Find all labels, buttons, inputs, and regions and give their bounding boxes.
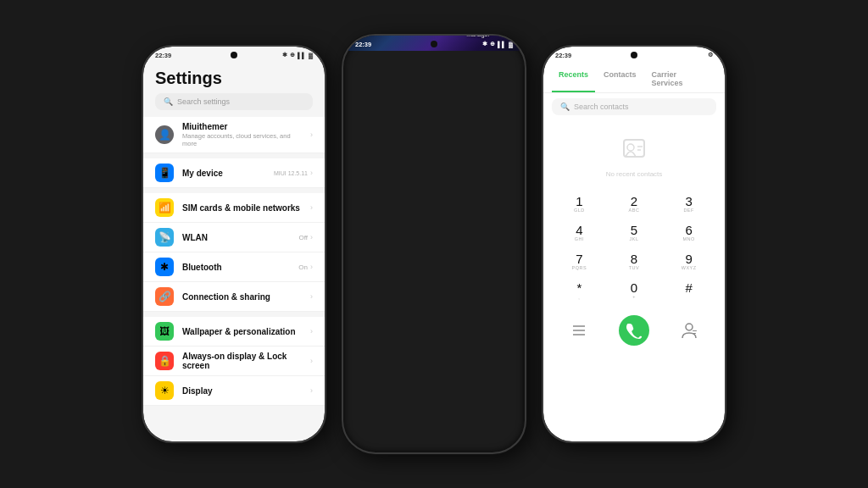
settings-item-mydevice[interactable]: 📱 My device MIUI 12.5.11 › xyxy=(143,158,325,188)
bluetooth-icon: ✱ xyxy=(155,258,174,276)
battery-icon: ▓ xyxy=(309,53,313,58)
miuithemer-label: Miuithemer xyxy=(182,122,302,131)
dial-key-1[interactable]: 1 GLD xyxy=(560,191,598,217)
chevron-icon: › xyxy=(310,169,313,177)
status-icons: ✱ ⊕ ▌▌ ▓ xyxy=(482,41,513,47)
display-icon: ☀ xyxy=(155,381,174,400)
dial-key-0[interactable]: 0 + xyxy=(615,278,653,303)
dial-key-8[interactable]: 8 TUV xyxy=(615,249,653,274)
dial-key-9[interactable]: 9 WXYZ xyxy=(670,249,708,274)
phone-game: 22:39 ✱ ⊕ ▌▌ ▓ xyxy=(342,34,526,454)
settings-item-miuithemer[interactable]: 👤 Miuithemer Manage accounts, cloud serv… xyxy=(143,117,325,153)
tab-carrier-services[interactable]: Carrier Services xyxy=(645,67,716,92)
settings-item-wlan[interactable]: 📡 WLAN Off › xyxy=(143,223,325,252)
bluetooth-label: Bluetooth xyxy=(182,263,290,272)
camera-hole xyxy=(431,41,437,47)
simcards-icon: 📶 xyxy=(155,198,174,217)
dial-key-hash[interactable]: # xyxy=(670,278,708,303)
dial-key-4[interactable]: 4 GHI xyxy=(560,220,598,246)
dialpad-row-3: 7 PQRS 8 TUV 9 WXYZ xyxy=(552,249,716,274)
contacts-button[interactable] xyxy=(674,315,704,346)
phones-container: 22:39 ✱ ⊕ ▌▌ ▓ Settings 🔍 Search setting… xyxy=(0,0,868,488)
wifi-status-icon: ⊕ xyxy=(290,52,295,58)
tab-recents[interactable]: Recents xyxy=(552,67,595,92)
mydevice-icon: 📱 xyxy=(155,164,174,182)
chevron-icon: › xyxy=(310,203,313,212)
settings-search-bar[interactable]: 🔍 Search settings xyxy=(155,93,313,110)
status-bar-game: 22:39 ✱ ⊕ ▌▌ ▓ xyxy=(343,36,525,51)
signal-icon: ▌▌ xyxy=(498,42,506,47)
tab-contacts[interactable]: Contacts xyxy=(597,67,643,92)
signal-icon: ▌▌ xyxy=(298,53,306,58)
no-contacts-icon xyxy=(619,131,649,167)
dialer-screen: 22:39 ⚙ Recents Contacts Carrier Service… xyxy=(543,47,725,441)
miuithemer-icon: 👤 xyxy=(155,125,174,144)
status-icons: ⚙ xyxy=(708,52,713,58)
status-time: 22:39 xyxy=(155,52,171,59)
settings-item-wallpaper[interactable]: 🖼 Wallpaper & personalization › xyxy=(143,317,325,347)
dialer-bottom-bar xyxy=(543,310,725,354)
chevron-icon: › xyxy=(310,386,313,395)
search-icon: 🔍 xyxy=(164,97,173,106)
call-button[interactable] xyxy=(619,315,649,346)
alwayson-label: Always-on display & Lock screen xyxy=(182,352,302,370)
dialer-search-bar[interactable]: 🔍 Search contacts xyxy=(552,98,716,115)
chevron-icon: › xyxy=(310,292,313,301)
settings-small-icon[interactable]: ⚙ xyxy=(708,52,713,58)
settings-list: 👤 Miuithemer Manage accounts, cloud serv… xyxy=(143,114,325,441)
simcards-label: SIM cards & mobile networks xyxy=(182,203,302,213)
status-icons: ✱ ⊕ ▌▌ ▓ xyxy=(282,52,313,58)
alwayson-icon: 🔒 xyxy=(155,352,174,370)
camera-hole xyxy=(231,52,237,58)
settings-search-placeholder: Search settings xyxy=(177,97,230,106)
dialpad-row-4: * , 0 + # xyxy=(552,278,716,303)
wallpaper-icon: 🖼 xyxy=(155,322,174,341)
chevron-icon: › xyxy=(310,233,313,241)
settings-title: Settings xyxy=(155,69,313,88)
bluetooth-icon: ✱ xyxy=(482,41,487,47)
display-label: Display xyxy=(182,386,302,396)
miuithemer-sub: Manage accounts, cloud services, and mor… xyxy=(182,132,302,147)
menu-button[interactable] xyxy=(564,315,594,346)
miui-version: MIUI 12.5.11 xyxy=(274,170,308,176)
dial-key-2[interactable]: 2 ABC xyxy=(615,191,653,217)
phone-settings: 22:39 ✱ ⊕ ▌▌ ▓ Settings 🔍 Search setting… xyxy=(142,45,326,443)
wifi-icon: ⊕ xyxy=(490,41,495,47)
status-time: 22:39 xyxy=(555,52,571,59)
mydevice-label: My device xyxy=(182,169,265,178)
settings-item-connection[interactable]: 🔗 Connection & sharing › xyxy=(143,282,325,312)
chevron-icon: › xyxy=(310,357,313,365)
no-contacts-text: No recent contacts xyxy=(606,170,663,178)
connection-icon: 🔗 xyxy=(155,287,174,306)
wallpaper-label: Wallpaper & personalization xyxy=(182,327,302,336)
settings-item-alwayson[interactable]: 🔒 Always-on display & Lock screen › xyxy=(143,347,325,376)
svg-rect-34 xyxy=(693,330,697,331)
game-screen: 22:39 ✱ ⊕ ▌▌ ▓ xyxy=(343,36,525,51)
dialpad: 1 GLD 2 ABC 3 DEF 4 GHI xyxy=(543,188,725,310)
settings-item-display[interactable]: ☀ Display › xyxy=(143,376,325,406)
chevron-icon: › xyxy=(310,263,313,271)
dial-key-7[interactable]: 7 PQRS xyxy=(560,249,598,274)
settings-item-simcards[interactable]: 📶 SIM cards & mobile networks › xyxy=(143,193,325,223)
status-bar-settings: 22:39 ✱ ⊕ ▌▌ ▓ xyxy=(143,47,325,62)
no-contacts-area: No recent contacts xyxy=(543,120,725,188)
bluetooth-status: On xyxy=(298,263,308,271)
dialer-tabs: Recents Contacts Carrier Services xyxy=(543,62,725,93)
svg-point-27 xyxy=(627,144,634,151)
dial-key-star[interactable]: * , xyxy=(560,278,598,303)
chevron-icon: › xyxy=(310,130,313,139)
bluetooth-status-icon: ✱ xyxy=(282,52,287,58)
phone-dialer: 22:39 ⚙ Recents Contacts Carrier Service… xyxy=(542,45,726,443)
settings-screen: 22:39 ✱ ⊕ ▌▌ ▓ Settings 🔍 Search setting… xyxy=(143,47,325,441)
wlan-status: Off xyxy=(298,234,308,241)
dialpad-row-1: 1 GLD 2 ABC 3 DEF xyxy=(552,191,716,217)
chevron-icon: › xyxy=(310,327,313,336)
camera-hole xyxy=(631,52,637,58)
wlan-icon: 📡 xyxy=(155,228,174,247)
status-time: 22:39 xyxy=(355,41,371,48)
dial-key-3[interactable]: 3 DEF xyxy=(670,191,708,217)
settings-item-bluetooth[interactable]: ✱ Bluetooth On › xyxy=(143,252,325,282)
dial-key-5[interactable]: 5 JKL xyxy=(615,220,653,246)
dial-key-6[interactable]: 6 MNO xyxy=(670,220,708,246)
svg-rect-35 xyxy=(693,333,696,334)
